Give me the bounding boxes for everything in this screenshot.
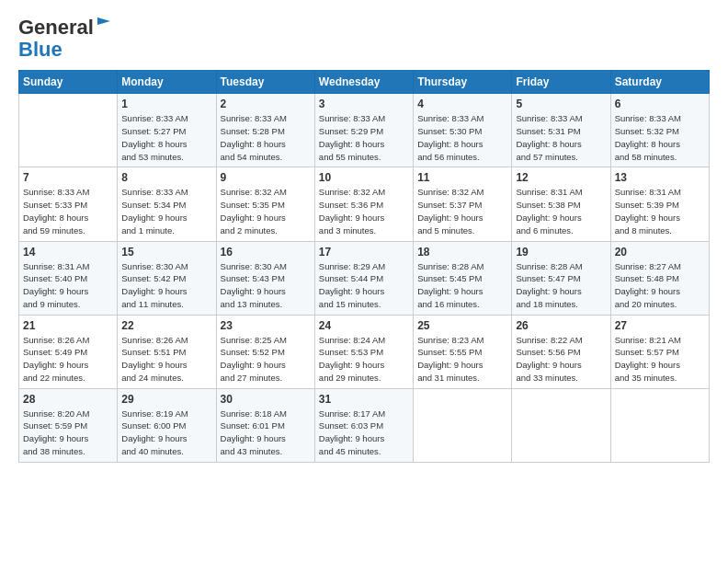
day-number: 8 [121,171,211,184]
day-info: Sunrise: 8:31 AM Sunset: 5:38 PM Dayligh… [516,186,606,236]
day-info: Sunrise: 8:28 AM Sunset: 5:47 PM Dayligh… [516,260,606,311]
day-info: Sunrise: 8:30 AM Sunset: 5:42 PM Dayligh… [121,260,211,311]
calendar-cell: 23Sunrise: 8:25 AM Sunset: 5:52 PM Dayli… [216,315,314,388]
day-number: 17 [319,246,409,259]
day-number: 13 [615,171,705,184]
calendar-cell: 17Sunrise: 8:29 AM Sunset: 5:44 PM Dayli… [314,241,413,315]
week-row-0: 1Sunrise: 8:33 AM Sunset: 5:27 PM Daylig… [19,94,710,167]
day-number: 2 [221,98,311,110]
logo-blue: Blue [18,39,63,61]
page: General Blue SundayMondayTuesdayWednesda… [0,0,728,472]
day-number: 18 [417,246,507,259]
day-info: Sunrise: 8:20 AM Sunset: 5:59 PM Dayligh… [23,408,113,458]
day-number: 11 [417,171,507,184]
day-number: 7 [23,171,113,184]
calendar-cell: 27Sunrise: 8:21 AM Sunset: 5:57 PM Dayli… [610,315,709,388]
day-number: 3 [319,98,409,110]
calendar-cell: 24Sunrise: 8:24 AM Sunset: 5:53 PM Dayli… [314,315,413,388]
calendar-cell: 20Sunrise: 8:27 AM Sunset: 5:48 PM Dayli… [610,241,709,315]
calendar-cell: 18Sunrise: 8:28 AM Sunset: 5:45 PM Dayli… [414,241,512,315]
calendar-cell: 2Sunrise: 8:33 AM Sunset: 5:28 PM Daylig… [216,94,314,167]
day-info: Sunrise: 8:31 AM Sunset: 5:40 PM Dayligh… [23,260,113,311]
logo-flag-icon [96,16,112,32]
day-number: 10 [319,171,409,184]
day-number: 25 [417,319,507,332]
day-info: Sunrise: 8:31 AM Sunset: 5:39 PM Dayligh… [615,186,705,236]
day-info: Sunrise: 8:30 AM Sunset: 5:43 PM Dayligh… [221,260,311,311]
day-info: Sunrise: 8:33 AM Sunset: 5:33 PM Dayligh… [23,186,113,236]
day-info: Sunrise: 8:28 AM Sunset: 5:45 PM Dayligh… [417,260,507,311]
day-info: Sunrise: 8:17 AM Sunset: 6:03 PM Dayligh… [319,408,409,458]
day-info: Sunrise: 8:21 AM Sunset: 5:57 PM Dayligh… [615,334,705,385]
calendar-cell: 15Sunrise: 8:30 AM Sunset: 5:42 PM Dayli… [118,241,216,315]
day-number: 1 [121,98,211,110]
day-header-thursday: Thursday [414,71,512,94]
day-info: Sunrise: 8:29 AM Sunset: 5:44 PM Dayligh… [319,260,409,311]
day-info: Sunrise: 8:27 AM Sunset: 5:48 PM Dayligh… [615,260,705,311]
calendar-cell: 31Sunrise: 8:17 AM Sunset: 6:03 PM Dayli… [314,388,413,462]
svg-marker-0 [97,17,110,25]
day-info: Sunrise: 8:19 AM Sunset: 6:00 PM Dayligh… [121,408,211,458]
calendar-cell [512,388,610,462]
day-number: 4 [417,98,507,110]
calendar-cell: 19Sunrise: 8:28 AM Sunset: 5:47 PM Dayli… [512,241,610,315]
calendar-cell: 9Sunrise: 8:32 AM Sunset: 5:35 PM Daylig… [216,167,314,241]
day-header-tuesday: Tuesday [216,71,314,94]
day-header-saturday: Saturday [610,71,709,94]
day-number: 30 [221,393,311,406]
day-number: 22 [121,319,211,332]
day-number: 31 [319,393,409,406]
day-number: 12 [516,171,606,184]
day-number: 6 [615,98,705,110]
day-number: 23 [221,319,311,332]
calendar-cell: 21Sunrise: 8:26 AM Sunset: 5:49 PM Dayli… [19,315,118,388]
calendar-cell: 3Sunrise: 8:33 AM Sunset: 5:29 PM Daylig… [314,94,413,167]
calendar-cell: 25Sunrise: 8:23 AM Sunset: 5:55 PM Dayli… [414,315,512,388]
calendar-cell: 14Sunrise: 8:31 AM Sunset: 5:40 PM Dayli… [19,241,118,315]
calendar-cell: 7Sunrise: 8:33 AM Sunset: 5:33 PM Daylig… [19,167,118,241]
day-info: Sunrise: 8:33 AM Sunset: 5:27 PM Dayligh… [121,112,211,163]
calendar-cell: 8Sunrise: 8:33 AM Sunset: 5:34 PM Daylig… [118,167,216,241]
day-number: 27 [615,319,705,332]
day-info: Sunrise: 8:33 AM Sunset: 5:32 PM Dayligh… [615,112,705,163]
day-info: Sunrise: 8:26 AM Sunset: 5:49 PM Dayligh… [23,334,113,385]
week-row-1: 7Sunrise: 8:33 AM Sunset: 5:33 PM Daylig… [19,167,710,241]
calendar-table: SundayMondayTuesdayWednesdayThursdayFrid… [18,70,710,462]
week-row-4: 28Sunrise: 8:20 AM Sunset: 5:59 PM Dayli… [19,388,710,462]
calendar-cell: 28Sunrise: 8:20 AM Sunset: 5:59 PM Dayli… [19,388,118,462]
calendar-cell: 22Sunrise: 8:26 AM Sunset: 5:51 PM Dayli… [118,315,216,388]
day-info: Sunrise: 8:18 AM Sunset: 6:01 PM Dayligh… [221,408,311,458]
calendar-cell [414,388,512,462]
day-number: 24 [319,319,409,332]
day-header-monday: Monday [118,71,216,94]
day-info: Sunrise: 8:22 AM Sunset: 5:56 PM Dayligh… [516,334,606,385]
calendar-cell: 1Sunrise: 8:33 AM Sunset: 5:27 PM Daylig… [118,94,216,167]
day-header-sunday: Sunday [19,71,118,94]
calendar-cell: 12Sunrise: 8:31 AM Sunset: 5:38 PM Dayli… [512,167,610,241]
day-info: Sunrise: 8:32 AM Sunset: 5:35 PM Dayligh… [221,186,311,236]
day-number: 20 [615,246,705,259]
day-info: Sunrise: 8:32 AM Sunset: 5:37 PM Dayligh… [417,186,507,236]
day-info: Sunrise: 8:23 AM Sunset: 5:55 PM Dayligh… [417,334,507,385]
day-header-friday: Friday [512,71,610,94]
calendar-cell: 13Sunrise: 8:31 AM Sunset: 5:39 PM Dayli… [610,167,709,241]
day-number: 16 [221,246,311,259]
calendar-cell: 11Sunrise: 8:32 AM Sunset: 5:37 PM Dayli… [414,167,512,241]
day-info: Sunrise: 8:33 AM Sunset: 5:34 PM Dayligh… [121,186,211,236]
calendar-cell [610,388,709,462]
day-number: 19 [516,246,606,259]
logo-general: General [18,17,94,39]
calendar-cell: 5Sunrise: 8:33 AM Sunset: 5:31 PM Daylig… [512,94,610,167]
day-number: 26 [516,319,606,332]
day-info: Sunrise: 8:25 AM Sunset: 5:52 PM Dayligh… [221,334,311,385]
calendar-cell: 26Sunrise: 8:22 AM Sunset: 5:56 PM Dayli… [512,315,610,388]
calendar-cell: 16Sunrise: 8:30 AM Sunset: 5:43 PM Dayli… [216,241,314,315]
calendar-header-row: SundayMondayTuesdayWednesdayThursdayFrid… [19,71,710,94]
day-info: Sunrise: 8:33 AM Sunset: 5:30 PM Dayligh… [417,112,507,163]
day-number: 14 [23,246,113,259]
day-number: 15 [121,246,211,259]
day-info: Sunrise: 8:24 AM Sunset: 5:53 PM Dayligh… [319,334,409,385]
day-info: Sunrise: 8:32 AM Sunset: 5:36 PM Dayligh… [319,186,409,236]
day-info: Sunrise: 8:33 AM Sunset: 5:28 PM Dayligh… [221,112,311,163]
day-info: Sunrise: 8:26 AM Sunset: 5:51 PM Dayligh… [121,334,211,385]
